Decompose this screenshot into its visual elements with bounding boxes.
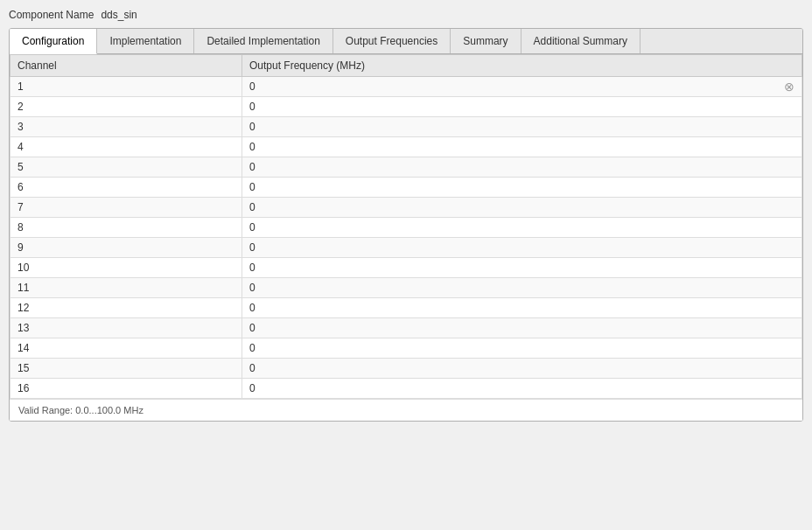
channel-cell: 1 — [10, 77, 242, 97]
table-row: 10⊗ — [10, 77, 802, 97]
tab-additional-summary[interactable]: Additional Summary — [522, 29, 640, 53]
channel-cell: 15 — [10, 359, 242, 379]
frequency-cell: 0 — [242, 238, 802, 258]
channel-cell: 16 — [10, 379, 242, 399]
col-header-channel: Channel — [10, 55, 242, 77]
channel-cell: 3 — [10, 117, 242, 137]
table-row: 140 — [10, 338, 802, 359]
channel-cell: 8 — [10, 218, 242, 238]
main-panel: Configuration Implementation Detailed Im… — [9, 28, 803, 422]
col-header-frequency: Output Frequency (MHz) — [242, 55, 802, 77]
valid-range-bar: Valid Range: 0.0...100.0 MHz — [10, 399, 802, 421]
channel-cell: 5 — [10, 157, 242, 178]
tab-configuration[interactable]: Configuration — [10, 29, 97, 54]
frequency-cell: 0 — [242, 97, 802, 117]
app-container: Component Name dds_sin Configuration Imp… — [0, 0, 812, 530]
component-name-value: dds_sin — [101, 9, 136, 21]
channel-cell: 10 — [10, 258, 242, 278]
tab-content: Channel Output Frequency (MHz) 10⊗203040… — [10, 54, 802, 421]
frequency-cell: 0 — [242, 218, 802, 238]
frequency-cell: 0 — [242, 379, 802, 399]
table-row: 40 — [10, 137, 802, 157]
table-row: 50 — [10, 157, 802, 178]
frequency-cell: 0 — [242, 258, 802, 278]
frequency-cell: 0 — [242, 198, 802, 218]
tabs-bar: Configuration Implementation Detailed Im… — [10, 29, 802, 54]
channel-cell: 7 — [10, 198, 242, 218]
channel-cell: 9 — [10, 238, 242, 258]
frequency-table: Channel Output Frequency (MHz) 10⊗203040… — [10, 54, 802, 399]
frequency-cell: 0 — [242, 117, 802, 137]
frequency-cell: 0 — [242, 359, 802, 379]
frequency-cell: 0 — [242, 298, 802, 318]
table-row: 30 — [10, 117, 802, 137]
table-row: 20 — [10, 97, 802, 117]
frequency-value: 0 — [249, 80, 780, 93]
channel-cell: 11 — [10, 278, 242, 298]
table-row: 160 — [10, 379, 802, 399]
component-name-label: Component Name — [9, 9, 94, 21]
channel-cell: 4 — [10, 137, 242, 157]
tab-output-frequencies[interactable]: Output Frequencies — [333, 29, 451, 53]
frequency-cell: 0 — [242, 338, 802, 359]
component-name-row: Component Name dds_sin — [9, 9, 803, 21]
table-row: 80 — [10, 218, 802, 238]
table-row: 120 — [10, 298, 802, 318]
channel-cell: 2 — [10, 97, 242, 117]
frequency-cell: 0 — [242, 178, 802, 198]
table-row: 100 — [10, 258, 802, 278]
channel-cell: 14 — [10, 338, 242, 359]
channel-cell: 6 — [10, 178, 242, 198]
table-row: 130 — [10, 318, 802, 338]
tab-implementation[interactable]: Implementation — [97, 29, 194, 53]
channel-cell: 13 — [10, 318, 242, 338]
tab-detailed-implementation[interactable]: Detailed Implementation — [194, 29, 332, 53]
tab-summary[interactable]: Summary — [451, 29, 521, 53]
table-row: 90 — [10, 238, 802, 258]
table-row: 60 — [10, 178, 802, 198]
clear-frequency-button[interactable]: ⊗ — [784, 80, 794, 93]
table-container: Channel Output Frequency (MHz) 10⊗203040… — [10, 54, 802, 399]
channel-cell: 12 — [10, 298, 242, 318]
table-row: 110 — [10, 278, 802, 298]
frequency-cell: 0 — [242, 157, 802, 178]
table-row: 150 — [10, 359, 802, 379]
frequency-cell: 0 — [242, 278, 802, 298]
frequency-cell: 0 — [242, 318, 802, 338]
frequency-cell: 0⊗ — [242, 77, 802, 97]
table-row: 70 — [10, 198, 802, 218]
frequency-cell: 0 — [242, 137, 802, 157]
